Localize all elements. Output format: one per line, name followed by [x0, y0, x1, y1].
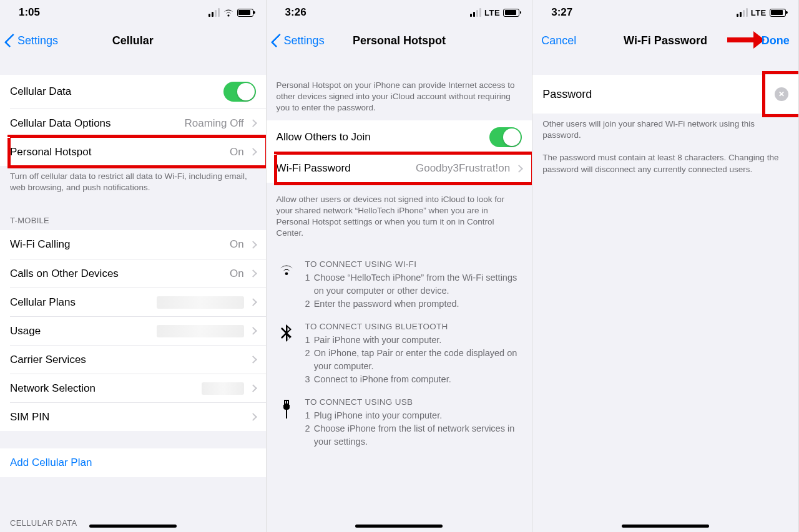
footer-requirements: The password must contain at least 8 cha…	[532, 152, 798, 186]
row-cellular-plans[interactable]: Cellular Plans	[10, 288, 266, 316]
screen-personal-hotspot: 3:26 LTE Settings Personal Hotspot Perso…	[267, 0, 533, 532]
row-sim-pin[interactable]: SIM PIN	[10, 402, 266, 431]
nav-header: Settings Personal Hotspot	[267, 25, 532, 56]
wifi-icon	[278, 262, 295, 276]
battery-icon	[770, 9, 786, 17]
row-add-cellular-plan[interactable]: Add Cellular Plan	[0, 448, 266, 477]
chevron-right-icon	[249, 327, 257, 336]
signal-icon	[208, 8, 220, 17]
bluetooth-icon	[280, 324, 293, 343]
home-indicator[interactable]	[89, 525, 177, 528]
blurred-value	[157, 325, 244, 337]
clear-icon[interactable]	[775, 87, 788, 101]
row-network-selection[interactable]: Network Selection	[10, 374, 266, 402]
chevron-right-icon	[249, 148, 257, 156]
chevron-right-icon	[249, 119, 257, 127]
wifi-icon	[223, 9, 234, 17]
page-title: Personal Hotspot	[353, 34, 446, 47]
lte-label: LTE	[484, 8, 500, 17]
chevron-right-icon	[515, 165, 523, 173]
description-icloud: Personal Hotspot on your iPhone can prov…	[267, 75, 532, 120]
row-wifi-calling[interactable]: Wi-Fi Calling On	[0, 230, 266, 259]
toggle-cellular-data[interactable]	[223, 82, 256, 102]
page-title: Cellular	[112, 34, 154, 47]
row-calls-on-other[interactable]: Calls on Other Devices On	[10, 259, 266, 288]
chevron-right-icon	[249, 356, 257, 364]
connect-usb-title: TO CONNECT USING USB	[305, 397, 522, 407]
nav-header: Settings Cellular	[0, 25, 266, 56]
row-cellular-data-options[interactable]: Cellular Data Options Roaming Off	[10, 109, 266, 137]
chevron-left-icon	[270, 34, 285, 48]
page-title: Wi-Fi Password	[624, 34, 707, 47]
section-header-carrier: T-MOBILE	[0, 205, 266, 230]
usb-icon	[281, 400, 292, 421]
connect-bluetooth-section: TO CONNECT USING BLUETOOTH 1Pair iPhone …	[267, 313, 532, 389]
connect-usb-section: TO CONNECT USING USB 1Plug iPhone into y…	[267, 389, 532, 451]
blurred-value	[157, 296, 244, 309]
status-bar: 3:26 LTE	[267, 0, 532, 25]
arrow-annotation-icon	[727, 37, 756, 42]
home-indicator[interactable]	[622, 525, 709, 528]
password-label: Password	[542, 88, 592, 101]
connect-bluetooth-title: TO CONNECT USING BLUETOOTH	[305, 322, 522, 331]
row-cellular-data[interactable]: Cellular Data	[0, 75, 266, 109]
done-button[interactable]: Done	[762, 34, 790, 47]
chevron-right-icon	[249, 270, 257, 278]
status-time: 3:26	[285, 6, 306, 19]
connect-wifi-section: TO CONNECT USING WI-FI 1Choose “HelloTec…	[267, 251, 532, 313]
screen-wifi-password: 3:27 LTE Cancel Wi-Fi Password Done Pass…	[532, 0, 799, 532]
row-usage[interactable]: Usage	[10, 316, 266, 345]
back-button[interactable]: Settings	[270, 25, 325, 56]
row-wifi-password[interactable]: Wi-Fi Password Goodby3Frustrat!on	[277, 154, 532, 183]
signal-icon	[470, 8, 481, 17]
footer-restrict: Turn off cellular data to restrict all d…	[0, 166, 266, 205]
chevron-right-icon	[249, 299, 257, 307]
battery-icon	[237, 9, 253, 17]
status-time: 3:27	[551, 6, 572, 19]
status-bar: 1:05	[0, 0, 266, 25]
row-allow-others[interactable]: Allow Others to Join	[267, 120, 532, 154]
back-button[interactable]: Settings	[4, 25, 58, 56]
status-bar: 3:27 LTE	[532, 0, 798, 25]
description-allow-others: Allow other users or devices not signed …	[267, 183, 532, 251]
lte-label: LTE	[751, 8, 767, 17]
row-password-field[interactable]: Password	[532, 75, 798, 114]
battery-icon	[503, 9, 519, 17]
home-indicator[interactable]	[355, 525, 443, 528]
status-time: 1:05	[19, 6, 40, 19]
row-carrier-services[interactable]: Carrier Services	[10, 345, 266, 374]
blurred-value	[202, 382, 244, 395]
connect-wifi-title: TO CONNECT USING WI-FI	[305, 259, 522, 269]
cancel-button[interactable]: Cancel	[541, 34, 576, 47]
nav-header: Cancel Wi-Fi Password Done	[532, 25, 798, 56]
chevron-left-icon	[4, 34, 19, 48]
chevron-right-icon	[249, 385, 257, 393]
toggle-allow-others[interactable]	[489, 127, 522, 147]
footer-join: Other users will join your shared Wi-Fi …	[532, 114, 798, 152]
row-personal-hotspot[interactable]: Personal Hotspot On	[10, 137, 266, 166]
chevron-right-icon	[249, 414, 257, 422]
signal-icon	[737, 8, 748, 17]
screen-cellular: 1:05 Settings Cellular Cellular Data Cel…	[0, 0, 267, 532]
chevron-right-icon	[249, 241, 257, 249]
